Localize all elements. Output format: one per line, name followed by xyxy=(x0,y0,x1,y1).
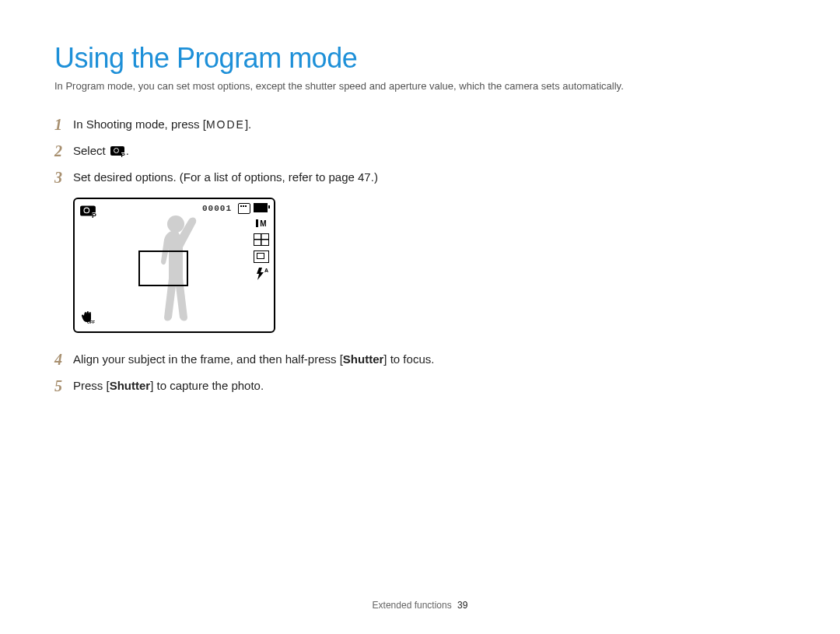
step-text: Select . xyxy=(73,142,129,160)
step-text: Set desired options. (For a list of opti… xyxy=(73,168,378,187)
step-text: Press [Shutter] to capture the photo. xyxy=(73,377,264,395)
step-number: 4 xyxy=(54,350,73,369)
step-number: 1 xyxy=(54,115,73,134)
step-1: 1 In Shooting mode, press [MODE]. xyxy=(54,115,459,134)
svg-point-2 xyxy=(167,215,184,233)
battery-icon xyxy=(254,203,268,212)
step-number: 5 xyxy=(54,377,73,395)
display-right-icons: M A xyxy=(254,218,269,280)
quality-icon xyxy=(254,233,269,246)
steps-list: 1 In Shooting mode, press [MODE]. 2 Sele… xyxy=(54,115,459,395)
step-text: Align your subject in the frame, and the… xyxy=(73,350,434,369)
step-5: 5 Press [Shutter] to capture the photo. xyxy=(54,377,459,395)
image-size-icon: M xyxy=(254,218,268,229)
mode-button-label: MODE xyxy=(206,118,245,131)
step-4: 4 Align your subject in the frame, and t… xyxy=(54,350,459,369)
step-text: In Shooting mode, press [MODE]. xyxy=(73,115,251,134)
flash-auto-icon: A xyxy=(254,268,268,280)
focus-frame xyxy=(138,250,188,286)
step-3: 3 Set desired options. (For a list of op… xyxy=(54,168,459,187)
intro-text: In Program mode, you can set most option… xyxy=(54,79,793,93)
page-footer: Extended functions 39 xyxy=(0,600,840,611)
svg-text:OFF: OFF xyxy=(87,320,95,324)
image-stabilizer-off-icon: OFF xyxy=(79,308,95,327)
camera-display-illustration: 00001 M A xyxy=(73,198,275,333)
program-mode-icon xyxy=(110,146,124,156)
program-mode-icon xyxy=(79,204,96,218)
shutter-label: Shutter xyxy=(110,379,151,392)
page-title: Using the Program mode xyxy=(54,42,793,75)
step-2: 2 Select . xyxy=(54,142,459,160)
svg-text:A: A xyxy=(264,268,268,273)
shutter-label: Shutter xyxy=(343,352,384,366)
step-number: 3 xyxy=(54,168,73,187)
focus-area-icon xyxy=(254,250,269,263)
footer-section: Extended functions xyxy=(373,600,452,611)
memory-card-icon xyxy=(238,203,250,214)
step-number: 2 xyxy=(54,142,73,160)
page-number: 39 xyxy=(457,600,467,611)
svg-marker-0 xyxy=(257,268,264,280)
